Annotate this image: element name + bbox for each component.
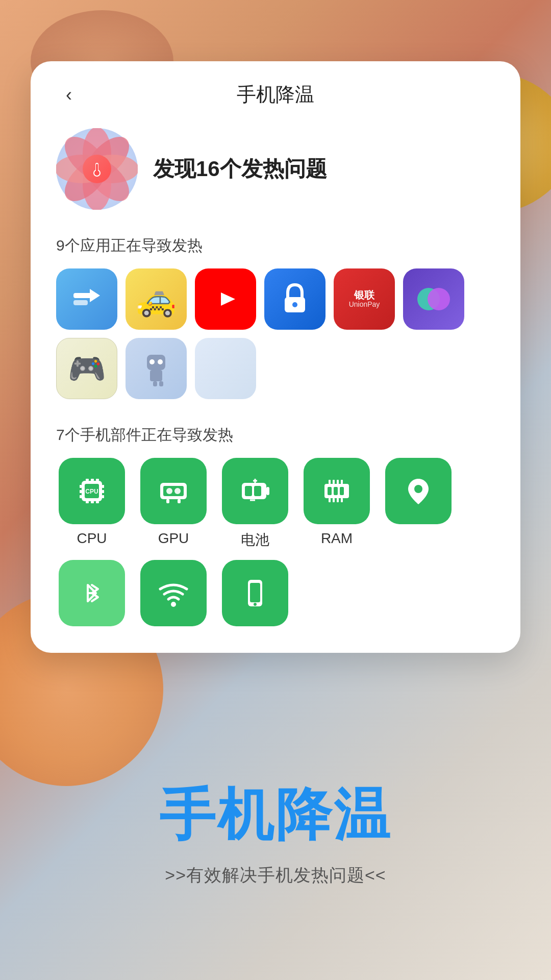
svg-point-24 <box>158 359 163 364</box>
toggle-app[interactable] <box>403 268 464 330</box>
bluetooth-component[interactable] <box>56 560 128 632</box>
placeholder-app <box>195 338 256 399</box>
wifi-icon <box>155 575 192 611</box>
wifi-component[interactable] <box>138 560 209 632</box>
youtube-app[interactable] <box>195 268 256 330</box>
card-title: 手机降温 <box>237 82 314 108</box>
svg-rect-64 <box>333 480 335 484</box>
robot-icon <box>141 351 171 386</box>
svg-rect-35 <box>86 479 89 481</box>
gpu-label: GPU <box>158 530 189 547</box>
svg-rect-25 <box>153 381 157 386</box>
youtube-icon <box>208 286 243 312</box>
back-button[interactable]: ‹ <box>56 82 82 108</box>
svg-rect-49 <box>266 487 269 495</box>
green-arrow-icon <box>71 284 102 314</box>
cpu-icon: CPU <box>73 473 110 509</box>
svg-rect-36 <box>91 479 94 481</box>
fan-background <box>56 128 138 210</box>
wifi-icon-wrap <box>140 560 207 626</box>
card-header: ‹ 手机降温 <box>56 82 495 108</box>
cpu-component[interactable]: CPU CPU <box>56 458 128 550</box>
svg-rect-59 <box>329 498 331 502</box>
svg-rect-37 <box>96 479 99 481</box>
svg-rect-14 <box>73 300 88 305</box>
battery-icon <box>237 473 273 509</box>
svg-rect-22 <box>150 370 162 381</box>
green-arrow-app[interactable] <box>56 268 117 330</box>
robot-app[interactable] <box>126 338 187 399</box>
gamepad-app[interactable]: 🎮 <box>56 338 117 399</box>
toggle-icon <box>416 281 452 317</box>
svg-rect-10 <box>96 164 98 172</box>
svg-rect-32 <box>102 485 104 488</box>
screen-component[interactable] <box>219 560 291 632</box>
thermometer-svg <box>89 161 105 177</box>
bottom-section: 手机降温 >>有效解决手机发热问题<< <box>0 684 551 980</box>
cpu-icon-wrap: CPU <box>59 458 125 524</box>
svg-rect-50 <box>245 486 252 496</box>
screen-icon-wrap <box>222 560 288 626</box>
svg-point-47 <box>174 488 181 494</box>
svg-point-11 <box>94 170 99 176</box>
main-app-title: 手机降温 <box>159 777 392 853</box>
ram-label: RAM <box>321 530 353 547</box>
svg-rect-61 <box>337 498 339 502</box>
thermometer-icon <box>83 155 111 183</box>
svg-rect-30 <box>80 490 82 493</box>
svg-point-71 <box>254 603 257 606</box>
ram-icon <box>318 473 355 509</box>
ram-icon-wrap <box>304 458 370 524</box>
unionpay-app[interactable]: 银联 UnionPay <box>334 268 395 330</box>
svg-rect-66 <box>341 480 343 484</box>
bluetooth-icon-wrap <box>59 560 125 626</box>
location-icon <box>400 473 437 509</box>
svg-point-23 <box>149 359 155 364</box>
cpu-label: CPU <box>77 530 107 547</box>
svg-point-20 <box>428 288 450 310</box>
fan-icon <box>56 128 138 210</box>
svg-rect-57 <box>334 487 338 495</box>
bluetooth-icon <box>73 575 110 611</box>
svg-point-68 <box>171 602 176 607</box>
heat-section: 发现16个发热问题 <box>56 128 495 210</box>
component-grid: CPU CPU GPU <box>56 458 495 632</box>
battery-label: 电池 <box>241 530 269 550</box>
gpu-icon-wrap <box>140 458 207 524</box>
app-grid: 🚕 银联 UnionPay <box>56 268 495 399</box>
lock-app[interactable] <box>264 268 325 330</box>
screen-icon <box>237 575 273 611</box>
ram-component[interactable]: RAM <box>301 458 372 550</box>
location-component[interactable] <box>383 458 454 550</box>
gpu-component[interactable]: GPU <box>138 458 209 550</box>
location-icon-wrap <box>385 458 452 524</box>
svg-rect-34 <box>102 495 104 498</box>
svg-rect-51 <box>254 486 261 496</box>
svg-rect-63 <box>329 480 331 484</box>
svg-rect-31 <box>80 495 82 498</box>
svg-rect-40 <box>96 501 99 503</box>
svg-rect-65 <box>337 480 339 484</box>
svg-rect-44 <box>166 499 169 503</box>
taxi-app[interactable]: 🚕 <box>126 268 187 330</box>
svg-rect-60 <box>333 498 335 502</box>
gpu-icon <box>155 473 192 509</box>
svg-rect-26 <box>159 381 163 386</box>
app-subtitle: >>有效解决手机发热问题<< <box>165 864 386 887</box>
svg-rect-45 <box>178 499 181 503</box>
svg-rect-56 <box>328 487 332 495</box>
svg-marker-13 <box>90 289 100 302</box>
svg-point-46 <box>166 488 172 494</box>
battery-icon-wrap <box>222 458 288 524</box>
svg-rect-38 <box>86 501 89 503</box>
heat-title: 发现16个发热问题 <box>153 155 327 183</box>
svg-rect-29 <box>80 485 82 488</box>
svg-rect-33 <box>102 490 104 493</box>
lock-icon <box>281 283 309 315</box>
svg-rect-70 <box>250 583 260 602</box>
main-card: ‹ 手机降温 <box>31 61 520 653</box>
svg-point-67 <box>414 485 422 493</box>
svg-rect-62 <box>341 498 343 502</box>
svg-rect-12 <box>73 293 92 298</box>
battery-component[interactable]: 电池 <box>219 458 291 550</box>
